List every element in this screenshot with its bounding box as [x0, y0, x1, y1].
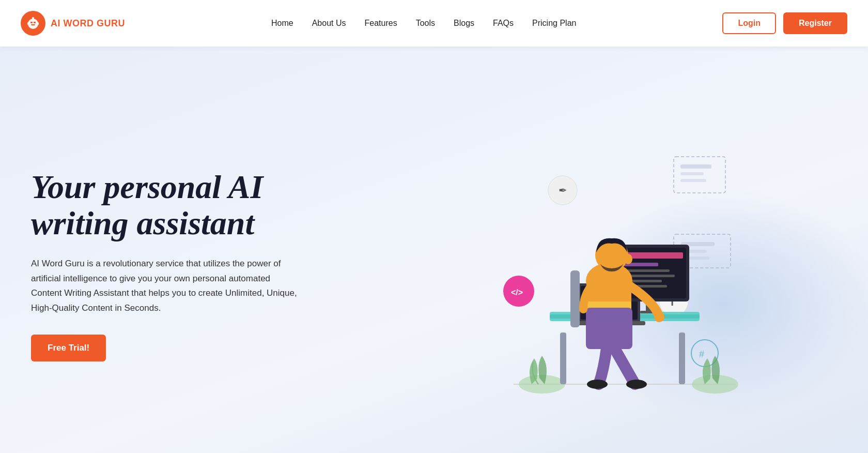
- nav-features[interactable]: Features: [365, 19, 397, 27]
- navbar: AI WORD GURU Home About Us Features Tool…: [0, 0, 868, 47]
- nav-about[interactable]: About Us: [312, 19, 346, 27]
- logo-link[interactable]: AI WORD GURU: [21, 11, 125, 36]
- svg-rect-28: [679, 333, 685, 384]
- hero-description: AI Word Guru is a revolutionary service …: [31, 256, 300, 316]
- svg-rect-7: [37, 22, 39, 25]
- nav-home[interactable]: Home: [271, 19, 293, 27]
- hero-content: Your personal AI writing assistant AI Wo…: [31, 169, 331, 361]
- nav-faqs[interactable]: FAQs: [493, 19, 514, 27]
- svg-rect-6: [27, 22, 29, 25]
- svg-point-53: [587, 380, 608, 389]
- svg-text:✒: ✒: [559, 185, 567, 196]
- svg-text:#: #: [699, 349, 704, 359]
- nav-blogs[interactable]: Blogs: [454, 19, 474, 27]
- svg-rect-48: [570, 270, 580, 327]
- svg-point-57: [624, 254, 632, 264]
- nav-actions: Login Register: [722, 12, 847, 34]
- free-trial-button[interactable]: Free Trial!: [31, 335, 106, 361]
- nav-links: Home About Us Features Tools Blogs FAQs …: [271, 19, 576, 28]
- svg-rect-27: [560, 333, 566, 384]
- login-button[interactable]: Login: [722, 12, 776, 34]
- svg-rect-2: [34, 22, 36, 23]
- brand-name: AI WORD GURU: [51, 18, 125, 29]
- nav-pricing[interactable]: Pricing Plan: [532, 19, 576, 27]
- svg-rect-52: [586, 308, 632, 349]
- hero-title-line1: Your personal AI: [31, 169, 263, 205]
- hero-title-line2: writing assistant: [31, 205, 254, 241]
- hero-illustration: ✒ </> T #: [418, 110, 837, 420]
- svg-rect-3: [31, 24, 35, 25]
- svg-rect-1: [30, 22, 33, 23]
- register-button[interactable]: Register: [783, 12, 847, 34]
- illustration-svg: ✒ </> T #: [477, 131, 777, 420]
- svg-point-55: [654, 312, 664, 322]
- svg-rect-11: [680, 179, 706, 182]
- nav-tools[interactable]: Tools: [416, 19, 435, 27]
- logo-icon: [21, 11, 45, 36]
- svg-rect-9: [680, 164, 711, 169]
- svg-rect-10: [680, 172, 704, 175]
- svg-point-5: [32, 17, 34, 19]
- hero-title: Your personal AI writing assistant: [31, 169, 331, 242]
- svg-point-54: [626, 380, 647, 389]
- hero-section: Your personal AI writing assistant AI Wo…: [0, 47, 868, 453]
- svg-text:</>: </>: [511, 288, 523, 297]
